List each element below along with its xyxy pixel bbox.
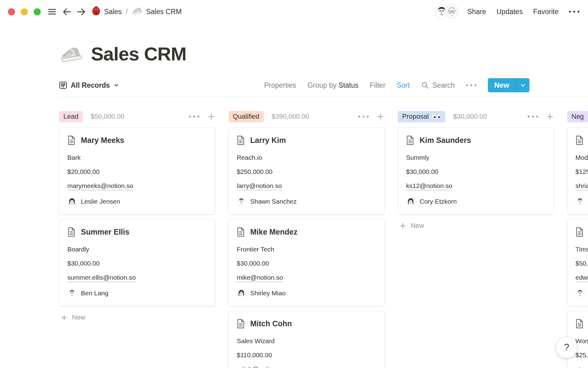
column-add-icon[interactable] [207, 113, 215, 121]
record-email[interactable]: stan [575, 365, 588, 368]
record-company: Bark [67, 153, 207, 162]
collaborator-avatars[interactable] [435, 5, 459, 19]
record-owner: Shawn Sanchez [237, 197, 376, 206]
minimize-window-button[interactable] [21, 8, 28, 15]
chevron-down-icon [520, 82, 526, 88]
owner-name: Leslie Jensen [81, 198, 120, 205]
column-sum[interactable]: $50,000.00 [91, 113, 124, 121]
owner-name: Shirley Miao [250, 289, 286, 297]
page-title-row: Sales CRM [59, 43, 530, 65]
status-badge[interactable]: Neg [567, 111, 588, 122]
record-company: Frontier Tech [237, 245, 376, 253]
forward-arrow-icon[interactable] [77, 7, 86, 17]
plus-icon [60, 314, 68, 321]
owner-name: Cory Etzkorn [420, 198, 457, 205]
view-toolbar: All Records Properties Group by Status F… [59, 78, 530, 92]
owner-avatar [237, 197, 246, 206]
column-sum[interactable]: $390,000.00 [272, 113, 309, 121]
help-button[interactable]: ? [556, 337, 577, 358]
new-record-dropdown-button[interactable] [516, 78, 530, 92]
plus-icon [399, 222, 407, 230]
column-add-icon[interactable] [376, 113, 385, 121]
board-view-icon [59, 81, 67, 89]
back-arrow-icon[interactable] [62, 7, 72, 17]
owner-name: Ben Lang [81, 289, 108, 297]
record-card[interactable]: Mitch Cohn Sales Wizard $110,000.00 mitc… [228, 311, 385, 368]
add-card-button[interactable]: New [59, 311, 215, 324]
column-actions [358, 113, 385, 121]
record-email[interactable]: summer.ellis@notion.so [67, 273, 207, 282]
status-badge[interactable]: Qualified [228, 111, 264, 122]
record-company: Boardly [67, 245, 207, 253]
record-company: Reach.io [237, 153, 376, 162]
updates-button[interactable]: Updates [496, 8, 523, 16]
column-more-icon[interactable] [358, 116, 369, 117]
record-card[interactable]: S Mod $125 shria E [567, 128, 588, 214]
owner-name: Shawn Sanchez [250, 198, 297, 205]
record-card[interactable]: Mary Meeks Bark $20,000.00 marymeeks@not… [59, 128, 215, 214]
view-switcher[interactable]: All Records [59, 81, 119, 90]
record-title: Summer Ellis [81, 226, 129, 237]
more-options-icon[interactable] [569, 11, 579, 13]
breadcrumb-separator: / [125, 8, 128, 16]
status-badge[interactable]: Lead [59, 111, 83, 122]
view-more-options-icon[interactable] [466, 84, 477, 86]
add-card-button[interactable]: New [398, 219, 554, 232]
history-nav [62, 7, 86, 17]
search-label: Search [432, 81, 455, 90]
record-email[interactable]: marymeeks@notion.so [67, 182, 207, 190]
breadcrumb-workspace[interactable]: Sales [104, 8, 122, 16]
column-header: Qualified $390,000.00 [228, 111, 385, 122]
column-header: Proposal $30,000.00 [398, 111, 554, 122]
record-company: Tims [575, 245, 588, 253]
record-amount: $30,000.00 [67, 259, 207, 267]
record-card[interactable]: Kim Saunders Summly $30,000.00 ks12@noti… [398, 128, 554, 214]
record-title: Kim Saunders [420, 135, 471, 146]
record-email[interactable]: ks12@notion.so [406, 182, 546, 190]
page-sneaker-icon[interactable] [59, 44, 83, 63]
close-window-button[interactable] [8, 8, 15, 15]
record-owner: Shirley Miao [237, 289, 376, 298]
new-record-button[interactable]: New [488, 78, 516, 92]
record-amount: $50, [575, 259, 588, 267]
status-badge[interactable]: Proposal [398, 111, 445, 122]
record-email[interactable]: mike@notion.so [237, 273, 376, 282]
record-email[interactable]: shria [575, 182, 588, 190]
record-email[interactable]: mitch@notion.so [237, 365, 376, 368]
sidebar-menu-icon[interactable] [47, 7, 57, 16]
column-more-icon[interactable] [189, 116, 199, 117]
sort-button[interactable]: Sort [397, 81, 410, 90]
record-email[interactable]: edwi [575, 273, 588, 282]
record-card[interactable]: Summer Ellis Boardly $30,000.00 summer.e… [59, 219, 215, 306]
zoom-window-button[interactable] [34, 8, 41, 15]
breadcrumb-page[interactable]: Sales CRM [146, 8, 182, 16]
column-qualified: Qualified $390,000.00 Larry Kim Reach.io… [228, 111, 385, 368]
collaborator-avatar-2[interactable] [445, 5, 459, 19]
record-amount: $20,000.00 [67, 167, 207, 176]
page-icon [67, 227, 76, 237]
record-card[interactable]: Larry Kim Reach.io $250,000.00 larry@not… [228, 128, 385, 214]
eyes-emoji-icon [432, 113, 441, 120]
sneaker-icon [132, 6, 143, 17]
record-card[interactable]: Mike Mendez Frontier Tech $30,000.00 mik… [228, 219, 385, 306]
traffic-lights [8, 8, 41, 15]
column-more-icon[interactable] [528, 116, 538, 117]
breadcrumb: Sales / Sales CRM [92, 6, 182, 18]
record-owner: E [575, 197, 588, 206]
search-button[interactable]: Search [421, 81, 455, 90]
column-add-icon[interactable] [546, 113, 554, 121]
column-sum[interactable]: $30,000.00 [453, 113, 487, 121]
owner-avatar [67, 197, 77, 206]
page-icon [406, 136, 414, 145]
filter-button[interactable]: Filter [370, 81, 385, 90]
record-title: Larry Kim [250, 135, 286, 146]
properties-button[interactable]: Properties [264, 81, 296, 90]
record-company: Sales Wizard [237, 337, 376, 345]
group-by-button[interactable]: Group by Status [307, 81, 358, 90]
owner-avatar [575, 197, 585, 206]
record-card[interactable]: E Tims $50, edwi H [567, 219, 588, 306]
record-email[interactable]: larry@notion.so [237, 182, 376, 190]
share-button[interactable]: Share [467, 8, 486, 16]
column-proposal: Proposal $30,000.00 Kim Saunders Summly … [398, 111, 554, 232]
favorite-button[interactable]: Favorite [533, 8, 559, 16]
